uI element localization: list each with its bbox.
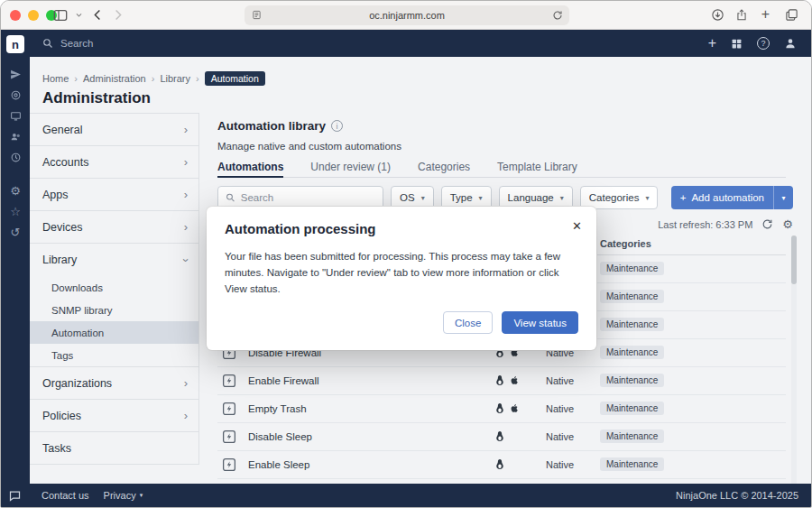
automation-name: Empty Trash — [248, 403, 307, 414]
sidebar-item-policies[interactable]: Policies › — [30, 400, 198, 432]
user-account-icon[interactable] — [784, 37, 797, 50]
apps-grid-icon[interactable] — [731, 38, 743, 50]
address-bar[interactable]: oc.ninjarmm.com — [245, 5, 569, 25]
share-icon[interactable] — [735, 8, 748, 22]
category-badge: Maintenance — [600, 290, 664, 303]
sidebar-item-automation[interactable]: Automation — [30, 321, 198, 344]
library-tabs: Automations Under review (1) Categories … — [217, 156, 786, 178]
chat-bubble-icon[interactable] — [8, 489, 22, 503]
chevron-right-icon: › — [184, 155, 188, 169]
contact-us-link[interactable]: Contact us — [42, 490, 89, 501]
automation-name: Disable Sleep — [248, 431, 312, 442]
nav-label: Tasks — [42, 442, 71, 455]
category-badge: Maintenance — [600, 318, 664, 331]
scrollbar-thumb[interactable] — [791, 236, 797, 284]
caret-down-icon: ▾ — [421, 194, 425, 202]
sidebar-toggle-icon[interactable] — [53, 9, 68, 22]
dropdown-label: Type — [450, 192, 473, 203]
breadcrumb-library[interactable]: Library — [160, 73, 190, 84]
nav-label: Devices — [42, 221, 82, 234]
sidebar-item-library[interactable]: Library › — [30, 244, 198, 276]
breadcrumb-home[interactable]: Home — [42, 73, 69, 84]
sidebar-item-accounts[interactable]: Accounts › — [30, 146, 198, 179]
category-badge: Maintenance — [600, 457, 664, 471]
info-icon[interactable]: i — [331, 120, 343, 132]
view-status-button[interactable]: View status — [502, 311, 578, 334]
category-badge: Maintenance — [600, 374, 664, 387]
sidebar-item-snmp-library[interactable]: SNMP library — [30, 299, 198, 321]
sidebar-item-downloads[interactable]: Downloads — [30, 276, 198, 299]
sidebar-item-devices[interactable]: Devices › — [30, 211, 198, 244]
automation-name: Enable Firewall — [248, 375, 319, 386]
table-row[interactable]: Empty Trash Native Maintenance — [217, 395, 786, 423]
sidebar-item-apps[interactable]: Apps › — [30, 179, 198, 211]
table-row[interactable]: Enable Sleep Native Maintenance — [217, 451, 786, 479]
minimize-window-button[interactable] — [28, 10, 39, 21]
refresh-icon[interactable] — [761, 218, 773, 230]
automation-icon — [221, 401, 237, 420]
help-icon[interactable]: ? — [757, 37, 770, 50]
modal-title: Automation processing — [225, 221, 578, 236]
nav-label: Apps — [42, 189, 69, 201]
close-button[interactable]: Close — [443, 311, 493, 334]
refresh-row: Last refresh: 6:33 PM ⚙ — [658, 217, 793, 231]
ninjaone-logo[interactable]: n — [6, 35, 24, 53]
chevron-right-icon: › — [184, 220, 188, 234]
browser-chrome: oc.ninjarmm.com + — [1, 1, 811, 30]
window-controls — [10, 10, 57, 21]
privacy-link[interactable]: Privacy ▾ — [104, 490, 143, 501]
favorites-icon[interactable]: ☆ — [9, 205, 22, 217]
quick-add-icon[interactable]: + — [708, 35, 716, 51]
automation-search-input[interactable] — [241, 192, 375, 203]
back-button[interactable] — [91, 8, 105, 22]
tab-overview-icon[interactable] — [785, 8, 798, 22]
organizations-icon[interactable] — [9, 130, 22, 143]
page-title: Administration — [42, 89, 151, 107]
sidebar-item-tasks[interactable]: Tasks — [30, 432, 198, 465]
downloads-icon[interactable] — [711, 8, 724, 22]
linux-icon — [495, 458, 504, 470]
sidebar-chevron-icon[interactable] — [75, 11, 83, 19]
getting-started-icon[interactable] — [9, 68, 22, 80]
devices-icon[interactable] — [9, 109, 22, 122]
tab-automations[interactable]: Automations — [217, 156, 283, 178]
tab-categories[interactable]: Categories — [418, 156, 470, 178]
add-automation-button[interactable]: + Add automation ▾ — [671, 186, 793, 209]
table-scrollbar[interactable] — [791, 236, 797, 488]
table-settings-gear-icon[interactable]: ⚙ — [782, 217, 793, 231]
automation-name: Enable Sleep — [248, 459, 309, 470]
app-header: Search + ? — [1, 30, 811, 57]
close-icon[interactable]: ✕ — [572, 219, 582, 233]
plus-icon: + — [680, 192, 687, 203]
close-window-button[interactable] — [10, 10, 21, 21]
add-automation-label: Add automation — [691, 192, 764, 203]
automation-type: Native — [546, 431, 574, 442]
activity-icon[interactable] — [9, 151, 22, 163]
sidebar-item-general[interactable]: General › — [30, 114, 198, 146]
breadcrumb-administration[interactable]: Administration — [83, 73, 146, 84]
caret-down-icon: ▾ — [560, 194, 564, 202]
add-automation-caret[interactable]: ▾ — [773, 186, 793, 209]
automation-type: Native — [546, 459, 574, 470]
os-icons — [495, 430, 504, 442]
tab-under-review[interactable]: Under review (1) — [310, 156, 391, 178]
global-search[interactable]: Search — [42, 30, 93, 57]
os-icons — [495, 374, 519, 386]
linux-icon — [495, 374, 504, 386]
new-tab-icon[interactable]: + — [761, 6, 770, 23]
forward-button[interactable] — [111, 8, 125, 22]
sidebar-item-tags[interactable]: Tags — [30, 344, 198, 366]
table-row[interactable]: Enable Firewall Native Maintenance — [217, 367, 786, 395]
restore-icon[interactable]: ↺ — [9, 226, 22, 238]
tab-template-library[interactable]: Template Library — [497, 156, 577, 178]
reload-icon[interactable] — [552, 10, 563, 23]
table-row[interactable]: Disable Sleep Native Maintenance — [217, 423, 786, 451]
support-icon[interactable] — [9, 88, 22, 101]
nav-label: Accounts — [42, 156, 88, 169]
breadcrumb-separator: › — [74, 73, 78, 84]
settings-icon[interactable]: ⚙ — [9, 184, 22, 197]
section-heading-text: Automation library — [217, 119, 326, 133]
apple-icon — [509, 402, 519, 414]
caret-down-icon: ▾ — [140, 492, 143, 499]
sidebar-item-organizations[interactable]: Organizations › — [30, 367, 198, 400]
